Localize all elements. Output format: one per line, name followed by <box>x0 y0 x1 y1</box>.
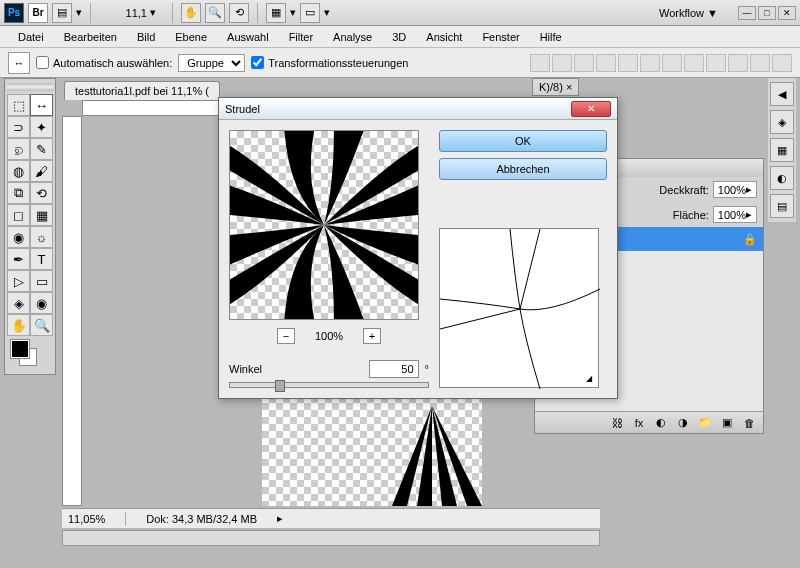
zoom-level-input[interactable]: ▾ <box>99 6 164 19</box>
align-icon[interactable] <box>728 54 748 72</box>
align-icon[interactable] <box>530 54 550 72</box>
menu-ebene[interactable]: Ebene <box>165 28 217 46</box>
dialog-close-button[interactable]: ✕ <box>571 101 611 117</box>
zoom-in-button[interactable]: + <box>363 328 381 344</box>
cancel-button[interactable]: Abbrechen <box>439 158 607 180</box>
styles-panel-icon[interactable]: ▦ <box>770 138 794 162</box>
align-icon[interactable] <box>574 54 594 72</box>
maximize-button[interactable]: □ <box>758 6 776 20</box>
3d-tool[interactable]: ◈ <box>7 292 30 314</box>
document-tab-2[interactable]: K)/8) × <box>532 78 579 96</box>
lock-icon[interactable]: 🔒 <box>743 233 757 246</box>
film-icon[interactable]: ▤ <box>52 3 72 23</box>
brush-tool[interactable]: 🖌 <box>30 160 53 182</box>
menu-ansicht[interactable]: Ansicht <box>416 28 472 46</box>
arrange-docs-icon[interactable]: ▦ <box>266 3 286 23</box>
align-icon[interactable] <box>706 54 726 72</box>
bridge-logo-icon[interactable]: Br <box>28 3 48 23</box>
align-icon[interactable] <box>662 54 682 72</box>
zoom-tool[interactable]: 🔍 <box>30 314 53 336</box>
screen-mode-icon[interactable]: ▭ <box>300 3 320 23</box>
menu-3d[interactable]: 3D <box>382 28 416 46</box>
wand-tool[interactable]: ✦ <box>30 116 53 138</box>
auto-select-checkbox[interactable]: Automatisch auswählen: <box>36 56 172 69</box>
document-tab[interactable]: testtutoria1l.pdf bei 11,1% ( <box>64 81 220 100</box>
hand-tool-icon[interactable]: ✋ <box>181 3 201 23</box>
align-icon[interactable] <box>750 54 770 72</box>
angle-slider[interactable] <box>229 382 429 388</box>
eraser-tool[interactable]: ◻ <box>7 204 30 226</box>
align-icon[interactable] <box>772 54 792 72</box>
zoom-status[interactable]: 11,05% <box>68 513 105 525</box>
color-swatches[interactable] <box>7 340 53 370</box>
align-icon[interactable] <box>552 54 572 72</box>
menu-bild[interactable]: Bild <box>127 28 165 46</box>
lasso-tool[interactable]: ⊃ <box>7 116 30 138</box>
hand-tool[interactable]: ✋ <box>7 314 30 336</box>
gradient-tool[interactable]: ▦ <box>30 204 53 226</box>
minimize-button[interactable]: — <box>738 6 756 20</box>
align-icon[interactable] <box>684 54 704 72</box>
doc-size-status[interactable]: Dok: 34,3 MB/32,4 MB <box>146 513 257 525</box>
chevron-right-icon[interactable]: ▸ <box>746 208 752 221</box>
swatches-panel-icon[interactable]: ◈ <box>770 110 794 134</box>
align-icon[interactable] <box>596 54 616 72</box>
ok-button[interactable]: OK <box>439 130 607 152</box>
adjustments-panel-icon[interactable]: ◐ <box>770 166 794 190</box>
fx-icon[interactable]: fx <box>631 416 647 430</box>
zoom-out-button[interactable]: − <box>277 328 295 344</box>
group-icon[interactable]: 📁 <box>697 416 713 430</box>
transform-input[interactable] <box>251 56 264 69</box>
link-layers-icon[interactable]: ⛓ <box>609 416 625 430</box>
menu-hilfe[interactable]: Hilfe <box>530 28 572 46</box>
dialog-titlebar[interactable]: Strudel ✕ <box>219 98 617 120</box>
panel-expand-icon[interactable]: ◀ <box>770 82 794 106</box>
resize-grip-icon[interactable]: ◢ <box>586 374 592 383</box>
zoom-field[interactable] <box>107 7 147 19</box>
transform-controls-checkbox[interactable]: Transformationssteuerungen <box>251 56 408 69</box>
menu-auswahl[interactable]: Auswahl <box>217 28 279 46</box>
new-layer-icon[interactable]: ▣ <box>719 416 735 430</box>
pen-tool[interactable]: ✒ <box>7 248 30 270</box>
workspace-switcher[interactable]: Workflow ▼ <box>651 5 726 21</box>
opacity-input[interactable]: 100%▸ <box>713 181 757 198</box>
menu-analyse[interactable]: Analyse <box>323 28 382 46</box>
layers-panel-icon[interactable]: ▤ <box>770 194 794 218</box>
adjustment-icon[interactable]: ◑ <box>675 416 691 430</box>
align-icon[interactable] <box>618 54 638 72</box>
blur-tool[interactable]: ◉ <box>7 226 30 248</box>
mask-icon[interactable]: ◐ <box>653 416 669 430</box>
chevron-right-icon[interactable]: ▸ <box>746 183 752 196</box>
move-tool[interactable]: ↔ <box>30 94 53 116</box>
foreground-color[interactable] <box>11 340 29 358</box>
fill-input[interactable]: 100%▸ <box>713 206 757 223</box>
chevron-right-icon[interactable]: ▸ <box>277 512 283 525</box>
history-brush-tool[interactable]: ⟲ <box>30 182 53 204</box>
current-tool-icon[interactable]: ↔ <box>8 52 30 74</box>
heal-tool[interactable]: ◍ <box>7 160 30 182</box>
stamp-tool[interactable]: ⧉ <box>7 182 30 204</box>
slider-thumb[interactable] <box>275 380 285 392</box>
rotate-view-icon[interactable]: ⟲ <box>229 3 249 23</box>
shape-tool[interactable]: ▭ <box>30 270 53 292</box>
horizontal-scrollbar[interactable] <box>62 530 600 546</box>
close-window-button[interactable]: ✕ <box>778 6 796 20</box>
angle-input[interactable] <box>369 360 419 378</box>
delete-layer-icon[interactable]: 🗑 <box>741 416 757 430</box>
menu-filter[interactable]: Filter <box>279 28 323 46</box>
type-tool[interactable]: T <box>30 248 53 270</box>
auto-select-mode[interactable]: Gruppe <box>178 54 245 72</box>
3d-camera-tool[interactable]: ◉ <box>30 292 53 314</box>
menu-datei[interactable]: Datei <box>8 28 54 46</box>
panel-grip[interactable] <box>7 83 53 91</box>
chevron-down-icon[interactable]: ▾ <box>150 6 156 19</box>
menu-bearbeiten[interactable]: Bearbeiten <box>54 28 127 46</box>
align-icon[interactable] <box>640 54 660 72</box>
filter-preview[interactable] <box>229 130 419 320</box>
marquee-tool[interactable]: ⬚ <box>7 94 30 116</box>
menu-fenster[interactable]: Fenster <box>472 28 529 46</box>
path-select-tool[interactable]: ▷ <box>7 270 30 292</box>
eyedropper-tool[interactable]: ✎ <box>30 138 53 160</box>
zoom-tool-icon[interactable]: 🔍 <box>205 3 225 23</box>
crop-tool[interactable]: ⟄ <box>7 138 30 160</box>
